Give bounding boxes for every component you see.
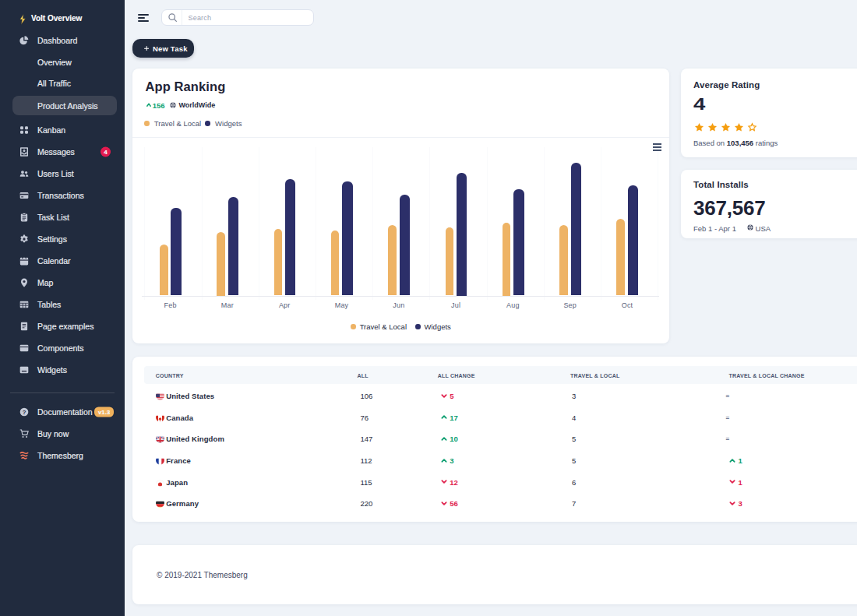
svg-text:?: ? bbox=[23, 408, 26, 415]
